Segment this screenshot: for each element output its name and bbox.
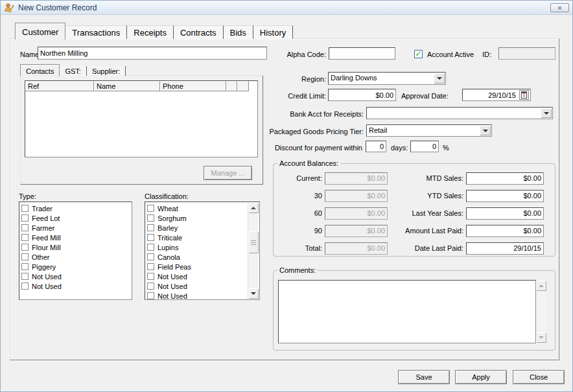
close-button-bottom[interactable]: Close [513, 370, 565, 384]
scroll-up-icon[interactable] [248, 203, 259, 213]
sales-value-date-last-paid[interactable]: 29/10/15 [466, 242, 544, 255]
pricing-tier-select[interactable]: Retail [366, 124, 492, 137]
account-active-checkbox[interactable]: ✓ [414, 50, 423, 58]
type-item-other[interactable]: Other [21, 252, 132, 262]
tab-transactions[interactable]: Transactions [65, 25, 127, 39]
checkbox-icon [21, 234, 29, 241]
chevron-down-icon[interactable] [434, 73, 445, 84]
checkbox-icon [147, 292, 154, 299]
classification-list[interactable]: WheatSorghumBarleyTriticaleLupinsCanolaF… [145, 202, 260, 300]
type-item-not-used[interactable]: Not Used [21, 271, 132, 281]
discount-days-input[interactable] [366, 141, 386, 152]
region-select[interactable]: Darling Downs [328, 72, 446, 85]
tab-history[interactable]: History [253, 25, 293, 39]
checkbox-icon [147, 234, 154, 241]
tab-contracts[interactable]: Contracts [174, 25, 224, 39]
scroll-down-icon[interactable] [248, 288, 259, 299]
balance-value-60: $0.00 [325, 207, 388, 220]
tab-bids[interactable]: Bids [224, 25, 253, 39]
contacts-table[interactable]: RefNamePhone [25, 80, 258, 157]
sales-label-last-year-sales: Last Year Sales: [401, 209, 463, 217]
checkbox-icon [147, 244, 154, 251]
comments-textarea[interactable] [278, 280, 536, 343]
scrollbar-thumb[interactable] [248, 231, 259, 253]
check-icon: ✓ [415, 51, 421, 57]
type-item-flour-mill[interactable]: Flour Mill [21, 242, 132, 252]
classification-item-triticale[interactable]: Triticale [147, 233, 248, 242]
type-item-farmer[interactable]: Farmer [21, 223, 132, 233]
type-item-piggery[interactable]: Piggery [21, 262, 132, 271]
pricing-tier-value: Retail [369, 126, 478, 134]
classification-item-label: Barley [158, 224, 178, 232]
sales-value-amount-last-paid[interactable]: $0.00 [466, 225, 544, 237]
close-button[interactable]: × [550, 3, 569, 12]
type-item-trader[interactable]: Trader [21, 203, 132, 213]
balance-row-60: 60$0.00 [278, 207, 388, 220]
subtab-gst[interactable]: GST: [60, 66, 86, 76]
classification-item-field-peas[interactable]: Field Peas [147, 262, 248, 271]
calendar-icon: 1 [521, 91, 527, 98]
sales-row-ytd-sales: YTD Sales:$0.00 [401, 189, 544, 202]
date-picker-button[interactable]: 1 [519, 90, 529, 100]
checkbox-icon [21, 273, 29, 280]
balance-value-30: $0.00 [325, 190, 388, 202]
name-input[interactable] [38, 47, 267, 60]
checkbox-icon [21, 253, 29, 260]
classification-item-label: Canola [158, 253, 180, 261]
discount-pct-input[interactable] [410, 141, 439, 152]
classification-item-sorghum[interactable]: Sorghum [147, 213, 248, 223]
type-item-label: Feed Mill [32, 234, 61, 242]
checkbox-icon [21, 214, 29, 222]
save-button[interactable]: Save [398, 370, 450, 384]
classification-item-not-used[interactable]: Not Used [147, 281, 248, 291]
checkbox-icon [147, 273, 154, 280]
balances-left-column: Current:$0.0030$0.0060$0.0090$0.00Total:… [278, 172, 388, 259]
subtab-supplier[interactable]: Supplier: [87, 66, 126, 76]
sales-label-ytd-sales: YTD Sales: [401, 192, 463, 200]
column-header-empty-3[interactable] [226, 81, 237, 91]
balance-label-30: 30 [278, 192, 322, 200]
column-header-ref[interactable]: Ref [25, 81, 94, 91]
sales-value-last-year-sales[interactable]: $0.00 [466, 207, 544, 220]
tab-customer[interactable]: Customer [15, 23, 65, 40]
classification-item-wheat[interactable]: Wheat [147, 203, 248, 213]
chevron-down-icon[interactable] [541, 108, 552, 118]
column-header-empty-4[interactable] [237, 81, 249, 91]
column-header-name[interactable]: Name [94, 81, 160, 91]
sales-value-ytd-sales[interactable]: $0.00 [466, 190, 544, 202]
sales-row-date-last-paid: Date Last Paid:29/10/15 [401, 242, 544, 255]
classification-item-lupins[interactable]: Lupins [147, 242, 248, 252]
classification-item-not-used[interactable]: Not Used [147, 271, 248, 281]
credit-limit-input[interactable] [328, 89, 396, 101]
sales-label-date-last-paid: Date Last Paid: [401, 244, 463, 252]
type-list[interactable]: TraderFeed LotFarmerFeed MillFlour MillO… [19, 202, 132, 300]
window: New Customer Record × CustomerTransactio… [0, 0, 573, 392]
column-header-phone[interactable]: Phone [160, 81, 226, 91]
subtab-contacts[interactable]: Contacts [20, 64, 60, 76]
tab-receipts[interactable]: Receipts [127, 25, 174, 39]
type-item-not-used[interactable]: Not Used [21, 281, 132, 291]
type-item-label: Not Used [32, 282, 62, 290]
id-input [498, 47, 555, 60]
balance-label-60: 60 [278, 209, 322, 217]
id-label: ID: [472, 51, 491, 58]
type-item-label: Flour Mill [32, 244, 61, 251]
bank-acct-select[interactable] [366, 107, 553, 119]
classification-item-not-used[interactable]: Not Used [147, 291, 248, 300]
type-item-feed-lot[interactable]: Feed Lot [21, 213, 132, 223]
alpha-code-label: Alpha Code: [266, 51, 326, 58]
sales-value-mtd-sales[interactable]: $0.00 [466, 172, 544, 185]
classification-item-canola[interactable]: Canola [147, 252, 248, 262]
classification-item-barley[interactable]: Barley [147, 223, 248, 233]
sales-label-mtd-sales: MTD Sales: [401, 174, 463, 182]
type-item-feed-mill[interactable]: Feed Mill [21, 233, 132, 242]
scroll-up-icon [536, 281, 546, 291]
checkbox-icon [147, 214, 154, 222]
comments-scrollbar [536, 281, 547, 343]
close-icon: × [557, 5, 561, 11]
apply-button[interactable]: Apply [455, 370, 507, 384]
account-active-label: Account Active [427, 51, 474, 58]
classification-scrollbar[interactable] [248, 203, 259, 299]
alpha-code-input[interactable] [329, 47, 395, 60]
chevron-down-icon[interactable] [480, 126, 491, 135]
